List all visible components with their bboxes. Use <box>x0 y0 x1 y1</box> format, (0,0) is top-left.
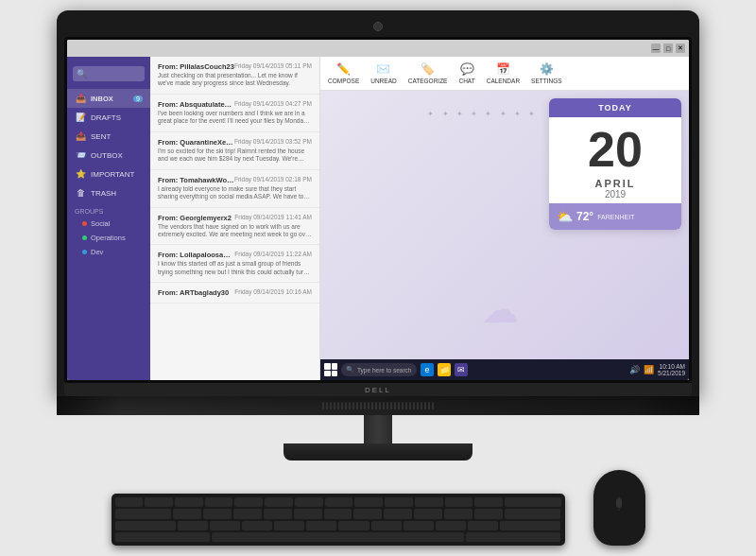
webcam <box>373 22 383 31</box>
taskbar-app-edge[interactable]: e <box>421 363 434 376</box>
email-preview-0: Just checking on that presentation... Le… <box>158 72 312 88</box>
taskbar-wifi-icon[interactable]: 📶 <box>644 365 654 374</box>
maximize-btn[interactable]: □ <box>663 43 673 53</box>
bg-cloud: ☁ <box>481 287 519 331</box>
email-preview-1: I've been looking over numbers and I thi… <box>158 110 312 126</box>
email-from-6: From: ARTbaglady30 <box>158 288 234 297</box>
social-label: Social <box>91 219 110 228</box>
unread-label: UNREAD <box>370 78 396 84</box>
calendar-button[interactable]: 📅 CALENDAR <box>487 62 520 84</box>
sidebar-item-important[interactable]: ⭐ IMPORTANT <box>67 165 150 183</box>
email-from-1: From: AbsquatulateOsm... <box>158 100 234 109</box>
email-item-3[interactable]: Friday 09/14/2019 02:18 PM From: Tomahaw… <box>150 170 319 208</box>
email-preview-2: I'm so excited for the ski trip! Raimnt … <box>158 148 312 164</box>
bg-birds: ✦ ✦ ✦ ✦ ✦ ✦ ✦ ✦ <box>427 110 538 118</box>
taskbar-time: 10:10 AM <box>660 363 685 370</box>
drafts-label: DRAFTS <box>91 113 121 122</box>
email-from-5: From: LollapaloosaPotat... <box>158 251 234 259</box>
taskbar-app-mail[interactable]: ✉ <box>455 363 468 376</box>
outbox-label: OUTBOX <box>91 151 123 160</box>
email-item-0[interactable]: Friday 09/14/2019 05:11 PM From: Pillala… <box>150 57 319 95</box>
mouse-divider <box>619 496 620 511</box>
compose-button[interactable]: ✏️ COMPOSE <box>328 62 359 84</box>
right-panel: ✏️ COMPOSE ✉️ UNREAD 🏷️ CATEGORIZE <box>320 57 689 380</box>
sidebar-item-operations[interactable]: Operations <box>67 231 150 245</box>
operations-dot <box>82 235 87 240</box>
sidebar-item-trash[interactable]: 🗑 TRASH <box>67 183 150 202</box>
chat-button[interactable]: 💬 CHAT <box>458 62 474 84</box>
compose-icon: ✏️ <box>336 62 351 76</box>
start-button[interactable] <box>324 363 337 376</box>
close-btn[interactable]: ✕ <box>676 43 685 53</box>
email-date-3: Friday 09/14/2019 02:18 PM <box>234 176 312 182</box>
monitor-shell: — □ ✕ 🔍 📥 INBOX 9 <box>57 10 699 396</box>
trash-icon: 🗑 <box>75 188 86 198</box>
email-item-2[interactable]: Friday 09/14/2019 03:52 PM From: Quarant… <box>150 132 319 170</box>
unread-button[interactable]: ✉️ UNREAD <box>370 62 396 84</box>
screen-bezel: — □ ✕ 🔍 📥 INBOX 9 <box>64 37 692 383</box>
search-icon: 🔍 <box>77 69 87 78</box>
inbox-icon: 📥 <box>75 94 86 103</box>
taskbar-icons: e 📁 ✉ <box>421 363 468 376</box>
sidebar-item-drafts[interactable]: 📝 DRAFTS <box>67 108 150 127</box>
settings-label: SETTINGS <box>531 78 562 84</box>
weather-unit: FARENHEIT <box>597 214 634 220</box>
email-from-4: From: Georglemyerx2 <box>158 214 234 222</box>
sidebar-item-dev[interactable]: Dev <box>67 245 150 259</box>
taskbar-volume-icon[interactable]: 🔊 <box>629 365 640 374</box>
app-body: 🔍 📥 INBOX 9 📝 DRAFTS 📤 <box>67 57 689 380</box>
email-preview-4: The vendors that have signed on to work … <box>158 223 312 239</box>
email-item-5[interactable]: Friday 09/14/2019 11:22 AM From: Lollapa… <box>150 245 319 283</box>
email-date-0: Friday 09/14/2019 05:11 PM <box>234 62 312 69</box>
taskbar-date: 5/21/2019 <box>658 370 685 376</box>
sidebar-item-outbox[interactable]: 📨 OUTBOX <box>67 146 150 165</box>
screen: — □ ✕ 🔍 📥 INBOX 9 <box>67 40 689 380</box>
email-item-1[interactable]: Friday 09/14/2019 04:27 PM From: Absquat… <box>150 95 319 132</box>
sidebar-item-sent[interactable]: 📤 SENT <box>67 127 150 146</box>
categorize-icon: 🏷️ <box>421 62 435 76</box>
sidebar-item-inbox[interactable]: 📥 INBOX 9 <box>67 89 150 108</box>
social-dot <box>82 221 87 226</box>
mouse <box>593 470 645 546</box>
search-box[interactable]: 🔍 <box>73 66 145 81</box>
dev-dot <box>82 250 87 254</box>
email-item-4[interactable]: Friday 09/14/2019 11:41 AM From: Georgle… <box>150 208 319 246</box>
taskbar-search-text: Type here to search <box>357 367 411 374</box>
taskbar-search-icon: 🔍 <box>346 366 354 374</box>
toolbar: ✏️ COMPOSE ✉️ UNREAD 🏷️ CATEGORIZE <box>320 57 689 91</box>
sidebar: 🔍 📥 INBOX 9 📝 DRAFTS 📤 <box>67 57 150 380</box>
important-icon: ⭐ <box>75 169 86 179</box>
email-date-1: Friday 09/14/2019 04:27 PM <box>234 100 312 107</box>
taskbar-app-folder[interactable]: 📁 <box>438 363 451 376</box>
taskbar: 🔍 Type here to search e 📁 ✉ 🔊 📶 <box>320 359 689 380</box>
drafts-icon: 📝 <box>75 113 86 122</box>
calendar-area: ✦ ✦ ✦ ✦ ✦ ✦ ✦ ✦ ☁ TODAY 20 APRIL 2019 ⛅ … <box>320 91 689 359</box>
calendar-month: APRIL <box>549 178 681 189</box>
settings-icon: ⚙️ <box>540 62 554 76</box>
keyboard <box>112 494 565 546</box>
sidebar-item-social[interactable]: Social <box>67 217 150 231</box>
weather-temp: 72° <box>576 210 593 223</box>
sent-icon: 📤 <box>75 131 86 141</box>
outbox-icon: 📨 <box>75 150 86 160</box>
email-preview-3: I already told everyone to make sure tha… <box>158 185 312 201</box>
important-label: IMPORTANT <box>91 170 134 179</box>
taskbar-search[interactable]: 🔍 Type here to search <box>341 363 417 376</box>
inbox-label: INBOX <box>91 95 113 103</box>
minimize-btn[interactable]: — <box>651 43 661 53</box>
categorize-label: CATEGORIZE <box>408 78 448 84</box>
monitor-bottom-bar: DELL <box>64 383 692 396</box>
email-date-4: Friday 09/14/2019 11:41 AM <box>234 214 312 220</box>
email-item-6[interactable]: Friday 09/14/2019 10:16 AM From: ARTbagl… <box>150 283 319 304</box>
chat-icon: 💬 <box>460 62 474 76</box>
settings-button[interactable]: ⚙️ SETTINGS <box>531 62 562 84</box>
keyboard-mouse-area <box>112 470 645 546</box>
email-from-3: From: TomahawkWoma... <box>158 176 234 184</box>
trash-label: TRASH <box>91 189 116 198</box>
title-bar: — □ ✕ <box>67 40 689 57</box>
calendar-card: TODAY 20 APRIL 2019 ⛅ 72° FARENHEIT <box>549 98 681 230</box>
email-preview-5: I know this started off as just a small … <box>158 260 312 276</box>
stand-neck <box>364 415 392 443</box>
taskbar-time-display: 10:10 AM 5/21/2019 <box>658 363 685 376</box>
categorize-button[interactable]: 🏷️ CATEGORIZE <box>408 62 448 84</box>
